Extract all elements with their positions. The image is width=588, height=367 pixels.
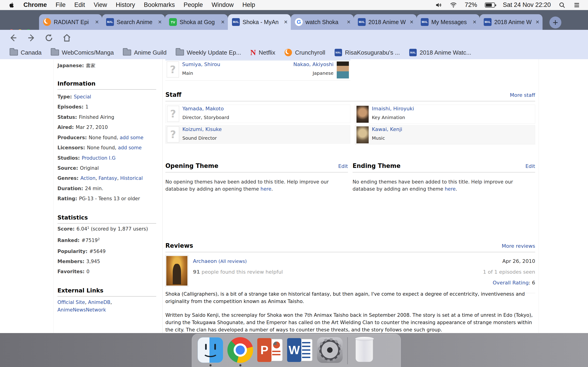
genre-link-fantasy[interactable]: Fantasy — [99, 175, 117, 181]
voice-actor-name-link[interactable]: Nakao, Akiyoshi — [293, 61, 334, 67]
dock-trash-icon[interactable] — [352, 337, 378, 363]
tab-close-icon[interactable]: × — [410, 19, 414, 26]
bookmark-folder-canada[interactable]: Canada — [10, 49, 42, 56]
opening-theme-here-link[interactable]: here — [260, 186, 271, 192]
new-tab-button[interactable]: + — [549, 17, 561, 28]
opening-theme-edit-link[interactable]: Edit — [338, 163, 348, 169]
character-thumb[interactable]: ? — [167, 61, 179, 77]
animenewsnetwork-link[interactable]: AnimeNewsNetwork — [57, 307, 106, 313]
mal-favicon: MAL — [358, 18, 366, 26]
menu-history[interactable]: History — [116, 1, 135, 8]
tab-close-icon[interactable]: × — [221, 19, 225, 26]
forward-icon[interactable] — [27, 33, 36, 43]
dock-chrome-icon[interactable] — [227, 337, 253, 363]
spotlight-search-icon[interactable] — [559, 2, 565, 8]
score-footnote-link[interactable]: 1 — [87, 226, 89, 229]
reviewer-name-link[interactable]: Archaeon — [193, 258, 217, 264]
menu-clock[interactable]: Sat 24 Nov 22:20 — [503, 1, 551, 8]
tab-close-icon[interactable]: × — [473, 19, 476, 26]
type-link[interactable]: Special — [74, 94, 91, 100]
menu-file[interactable]: File — [56, 1, 66, 8]
bookmark-netflix[interactable]: NNetflix — [250, 48, 275, 57]
tab-2018-anime-2[interactable]: MAL 2018 Anime W × — [480, 14, 543, 30]
review-body: Shoka (Calligraphers), is a bit of a str… — [165, 290, 535, 333]
dock-finder-icon[interactable] — [198, 337, 223, 363]
bookmark-folder-webcomics[interactable]: WebComics/Manga — [51, 49, 114, 56]
menu-view[interactable]: View — [94, 1, 107, 8]
apple-menu-icon[interactable] — [9, 2, 15, 8]
wifi-icon[interactable] — [450, 2, 457, 8]
staff-photo[interactable] — [356, 106, 369, 123]
tab-2018-anime-1[interactable]: MAL 2018 Anime W × — [354, 14, 417, 30]
gogoanime-favicon: TV — [169, 18, 177, 26]
review-block: Archaeon (All reviews) 91 people found t… — [165, 255, 535, 293]
reviewer-avatar[interactable] — [165, 255, 188, 286]
staff-thumb[interactable]: ? — [167, 106, 179, 122]
add-some-link[interactable]: add some — [120, 135, 143, 140]
bookmark-folder-anime-guild[interactable]: Anime Guild — [123, 49, 166, 56]
tab-close-icon[interactable]: × — [95, 19, 99, 26]
reviews-heading: Reviews More reviews — [165, 242, 535, 252]
tab-close-icon[interactable]: × — [158, 19, 162, 26]
animedb-link[interactable]: AnimeDB — [88, 300, 110, 305]
menu-edit[interactable]: Edit — [74, 1, 85, 8]
folder-icon — [123, 50, 131, 56]
info-row-aired: Aired:Mar 27, 2010 — [57, 125, 160, 130]
bookmark-2018-anime-watc[interactable]: MAL2018 Anime Watc... — [409, 49, 471, 56]
review-paragraph-2: Written by Saido Kenji, the screenplay f… — [165, 311, 535, 333]
google-favicon: G — [295, 18, 303, 26]
tab-shoka-gogo[interactable]: TV Shoka at Gog × — [165, 14, 228, 30]
staff-name-link[interactable]: Imaishi, Hiroyuki — [372, 106, 414, 111]
desktop-strip: P W — [0, 333, 588, 367]
notification-center-icon[interactable] — [573, 2, 580, 8]
tab-watch-shoka[interactable]: G watch Shoka × — [291, 14, 354, 30]
bookmark-crunchyroll[interactable]: Crunchyroll — [284, 49, 325, 56]
staff-name-link[interactable]: Koizumi, Kisuke — [182, 126, 222, 132]
tab-my-messages[interactable]: MAL My Messages × — [417, 14, 480, 30]
tab-close-icon[interactable]: × — [347, 19, 351, 26]
bookmark-folder-weekly-update[interactable]: Weekly Update Ep... — [176, 49, 241, 56]
all-reviews-link[interactable]: (All reviews) — [218, 259, 247, 264]
add-some-link[interactable]: add some — [118, 145, 141, 150]
tab-close-icon[interactable]: × — [536, 19, 539, 26]
dock-system-preferences-icon[interactable] — [317, 337, 343, 363]
staff-thumb[interactable]: ? — [167, 126, 179, 142]
overall-rating-link[interactable]: Overall Rating — [493, 280, 529, 286]
voice-actor-photo[interactable] — [337, 61, 349, 78]
staff-photo[interactable] — [356, 126, 369, 143]
mal-favicon: MAL — [421, 18, 429, 26]
tab-search-anime[interactable]: MAL Search Anime × — [102, 14, 165, 30]
menu-bookmarks[interactable]: Bookmarks — [144, 1, 175, 8]
tab-shoka-mal-active[interactable]: MAL Shoka - MyAn × — [228, 14, 291, 30]
info-row-japanese: Japanese:書家 — [57, 62, 160, 69]
menu-app-name[interactable]: Chrome — [23, 1, 47, 8]
genre-link-historical[interactable]: Historical — [120, 175, 143, 181]
dock-powerpoint-icon[interactable]: P — [257, 337, 283, 363]
dock-word-icon[interactable]: W — [287, 337, 313, 363]
more-reviews-link[interactable]: More reviews — [502, 243, 535, 249]
ending-theme-here-link[interactable]: here — [445, 186, 456, 192]
ending-theme-edit-link[interactable]: Edit — [525, 163, 535, 169]
volume-icon[interactable] — [435, 2, 442, 8]
character-role: Main — [182, 70, 220, 76]
ranked-footnote-link[interactable]: 2 — [98, 237, 100, 241]
menu-window[interactable]: Window — [212, 1, 233, 8]
staff-name-link[interactable]: Yamada, Makoto — [182, 106, 224, 111]
staff-name-link[interactable]: Kawai, Kenji — [372, 126, 402, 132]
staff-entry-yamada: ? Yamada, Makoto Director, Storyboard — [165, 105, 350, 123]
character-name-link[interactable]: Sumiya, Shirou — [182, 61, 220, 67]
back-icon[interactable] — [8, 33, 18, 43]
genre-link-action[interactable]: Action — [80, 175, 95, 181]
studio-link[interactable]: Production I.G — [82, 155, 116, 161]
info-row-rating: Rating:PG-13 - Teens 13 or older — [57, 196, 160, 201]
bookmark-risakosugurabu[interactable]: MALRisaKosugurabu's ... — [334, 49, 400, 56]
official-site-link[interactable]: Official Site — [57, 300, 85, 305]
home-icon[interactable] — [62, 33, 72, 43]
tab-radiant[interactable]: RADIANT Epi × — [39, 14, 102, 30]
reload-icon[interactable] — [44, 33, 54, 43]
menu-help[interactable]: Help — [242, 1, 255, 8]
menu-people[interactable]: People — [183, 1, 203, 8]
ending-theme-section: Ending Theme Edit No ending themes have … — [353, 162, 535, 193]
more-staff-link[interactable]: More staff — [510, 92, 535, 98]
tab-close-icon[interactable]: × — [284, 19, 288, 26]
